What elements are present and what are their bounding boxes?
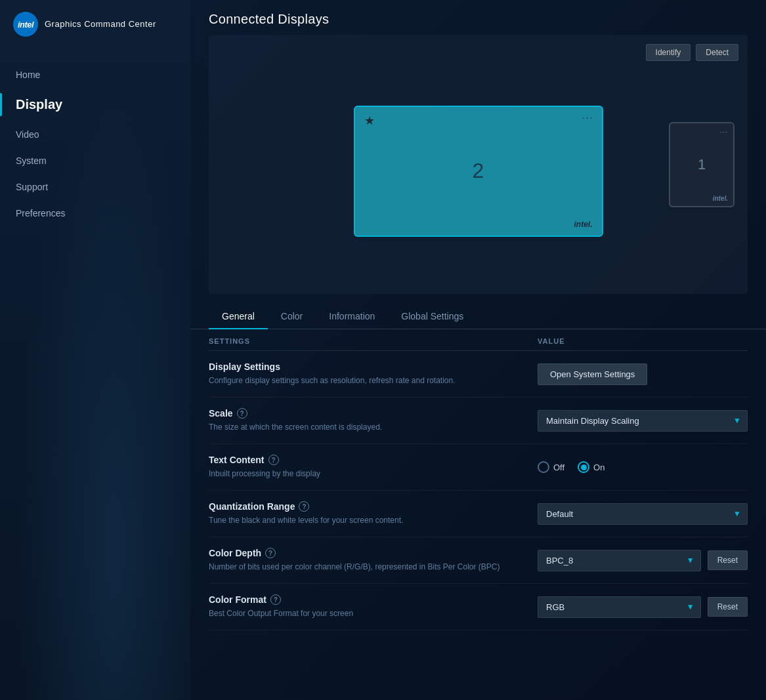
setting-value-text-content: Off On [538, 461, 748, 473]
monitors-container: ★ ··· 2 intel. ··· 1 intel. [209, 35, 748, 294]
sidebar-item-video[interactable]: Video [0, 121, 190, 148]
setting-desc-color-depth: Number of bits used per color channel (R… [209, 561, 538, 573]
sidebar-item-home-label: Home [16, 70, 40, 80]
setting-title-display-settings: Display Settings [209, 361, 538, 372]
sidebar-item-system[interactable]: System [0, 148, 190, 174]
tab-information[interactable]: Information [316, 304, 388, 329]
radio-on-label: On [593, 463, 605, 472]
sidebar-item-support-label: Support [16, 182, 48, 192]
color-format-value-row: RGB YCbCr444 YCbCr422 YCbCr420 ▼ Reset [538, 596, 748, 618]
display-area: Identify Detect ★ ··· 2 intel. ··· 1 int… [209, 35, 748, 294]
setting-info-color-depth: Color Depth ? Number of bits used per co… [209, 548, 538, 573]
sidebar: intel Graphics Command Center Home Displ… [0, 0, 190, 700]
setting-value-scale: Maintain Display Scaling Scale Full Scre… [538, 410, 748, 432]
value-col-label: VALUE [538, 337, 748, 345]
monitor-primary-star: ★ [364, 113, 375, 128]
scale-select-wrapper: Maintain Display Scaling Scale Full Scre… [538, 410, 748, 432]
quantization-select[interactable]: Default Full Range Limited Range [538, 503, 748, 525]
color-depth-value-row: BPC_8 BPC_10 BPC_12 ▼ Reset [538, 550, 748, 571]
setting-value-display-settings: Open System Settings [538, 363, 748, 385]
page-title: Connected Displays [209, 12, 748, 27]
quantization-help-icon[interactable]: ? [299, 501, 309, 512]
intel-logo-icon: intel [13, 12, 38, 37]
open-system-settings-button[interactable]: Open System Settings [538, 363, 647, 385]
tab-global-settings[interactable]: Global Settings [388, 304, 477, 329]
setting-row-color-format: Color Format ? Best Color Output Format … [209, 584, 748, 630]
monitor-secondary[interactable]: ··· 1 intel. [669, 122, 734, 207]
radio-on[interactable]: On [578, 461, 605, 473]
sidebar-item-video-label: Video [16, 129, 39, 140]
tab-color[interactable]: Color [268, 304, 316, 329]
sidebar-item-preferences-label: Preferences [16, 208, 65, 218]
setting-desc-scale: The size at which the screen content is … [209, 421, 538, 433]
color-depth-select-wrapper: BPC_8 BPC_10 BPC_12 ▼ [538, 550, 701, 571]
setting-title-quantization: Quantization Range ? [209, 501, 538, 512]
color-format-select-wrapper: RGB YCbCr444 YCbCr422 YCbCr420 ▼ [538, 596, 701, 618]
color-format-help-icon[interactable]: ? [270, 594, 281, 605]
monitor-primary-dots[interactable]: ··· [582, 112, 594, 123]
main-content: Connected Displays Identify Detect ★ ···… [190, 0, 766, 700]
text-content-help-icon[interactable]: ? [268, 455, 279, 465]
monitor-primary[interactable]: ★ ··· 2 intel. [354, 106, 603, 237]
setting-row-text-content: Text Content ? Inbuilt processing by the… [209, 444, 748, 491]
sidebar-item-system-label: System [16, 155, 47, 166]
color-depth-select[interactable]: BPC_8 BPC_10 BPC_12 [538, 550, 701, 571]
sidebar-header: intel Graphics Command Center [0, 0, 190, 49]
setting-desc-color-format: Best Color Output Format for your screen [209, 607, 538, 619]
setting-row-scale: Scale ? The size at which the screen con… [209, 398, 748, 444]
radio-off[interactable]: Off [538, 461, 564, 473]
sidebar-item-display-label: Display [16, 97, 62, 112]
setting-title-text-content: Text Content ? [209, 455, 538, 465]
monitor-primary-number: 2 [473, 159, 484, 183]
setting-info-display-settings: Display Settings Configure display setti… [209, 361, 538, 386]
setting-desc-quantization: Tune the black and white levels for your… [209, 514, 538, 526]
tabs-bar: General Color Information Global Setting… [190, 304, 766, 329]
radio-off-circle [538, 461, 549, 473]
setting-title-scale: Scale ? [209, 408, 538, 419]
setting-desc-text-content: Inbuilt processing by the display [209, 468, 538, 480]
setting-value-color-depth: BPC_8 BPC_10 BPC_12 ▼ Reset [538, 550, 748, 571]
page-title-bar: Connected Displays [190, 0, 766, 35]
tab-general[interactable]: General [209, 304, 268, 329]
sidebar-item-preferences[interactable]: Preferences [0, 200, 190, 226]
setting-info-text-content: Text Content ? Inbuilt processing by the… [209, 455, 538, 480]
sidebar-nav: Home Display Video System Support Prefer… [0, 49, 190, 239]
sidebar-item-support[interactable]: Support [0, 174, 190, 200]
settings-header: SETTINGS VALUE [209, 329, 748, 351]
settings-col-label: SETTINGS [209, 337, 538, 345]
color-format-select[interactable]: RGB YCbCr444 YCbCr422 YCbCr420 [538, 596, 701, 618]
color-depth-reset-button[interactable]: Reset [708, 550, 748, 570]
setting-info-color-format: Color Format ? Best Color Output Format … [209, 594, 538, 619]
setting-value-quantization: Default Full Range Limited Range ▼ [538, 503, 748, 525]
sidebar-item-home[interactable]: Home [0, 62, 190, 88]
setting-row-quantization: Quantization Range ? Tune the black and … [209, 491, 748, 537]
radio-on-dot [581, 464, 587, 470]
setting-title-color-format: Color Format ? [209, 594, 538, 605]
scale-select[interactable]: Maintain Display Scaling Scale Full Scre… [538, 410, 748, 432]
quantization-select-wrapper: Default Full Range Limited Range ▼ [538, 503, 748, 525]
monitor-secondary-intel: intel. [713, 195, 728, 202]
setting-info-quantization: Quantization Range ? Tune the black and … [209, 501, 538, 526]
monitor-primary-intel: intel. [574, 220, 592, 229]
color-format-reset-button[interactable]: Reset [708, 597, 748, 617]
radio-on-circle [578, 461, 589, 473]
radio-off-label: Off [553, 463, 564, 472]
settings-panel: SETTINGS VALUE Display Settings Configur… [190, 329, 766, 700]
text-content-radio-group: Off On [538, 461, 605, 473]
monitor-secondary-dots[interactable]: ··· [719, 127, 728, 136]
setting-row-color-depth: Color Depth ? Number of bits used per co… [209, 537, 748, 584]
color-depth-help-icon[interactable]: ? [265, 548, 276, 558]
setting-info-scale: Scale ? The size at which the screen con… [209, 408, 538, 433]
setting-title-color-depth: Color Depth ? [209, 548, 538, 558]
monitor-secondary-number: 1 [698, 156, 706, 173]
scale-help-icon[interactable]: ? [237, 408, 247, 419]
setting-value-color-format: RGB YCbCr444 YCbCr422 YCbCr420 ▼ Reset [538, 596, 748, 618]
sidebar-item-display[interactable]: Display [0, 88, 190, 121]
setting-row-display-settings: Display Settings Configure display setti… [209, 351, 748, 398]
setting-desc-display-settings: Configure display settings such as resol… [209, 375, 538, 386]
intel-logo: intel Graphics Command Center [13, 12, 156, 37]
app-name: Graphics Command Center [45, 19, 156, 30]
